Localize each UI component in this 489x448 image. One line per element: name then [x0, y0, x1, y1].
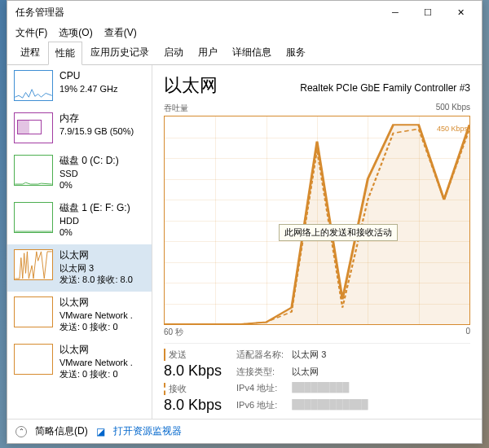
tab-performance[interactable]: 性能 [48, 42, 82, 65]
x-left: 60 秒 [164, 327, 183, 338]
sidebar-item-label: CPU [59, 70, 118, 81]
sidebar-item-ethernet-vmw2[interactable]: 以太网 VMware Network . 发送: 0 接收: 0 [7, 339, 152, 386]
recv-label: 接收 [164, 383, 222, 395]
footer: ⌃ 简略信息(D) ◪ 打开资源监视器 [7, 419, 482, 443]
tab-users[interactable]: 用户 [192, 42, 224, 64]
tab-startup[interactable]: 启动 [157, 42, 190, 64]
minimize-button[interactable]: ─ [379, 2, 412, 23]
net-thumb-icon [14, 344, 53, 375]
chart-lines [165, 116, 469, 324]
app-title: 任务管理器 [12, 6, 379, 20]
tab-app-history[interactable]: 应用历史记录 [84, 42, 156, 64]
sidebar-item-label: 以太网 [59, 296, 133, 308]
net-thumb-icon [14, 296, 53, 327]
throughput-chart[interactable]: 450 Kbps 此网络上的发送和接收活动 [164, 116, 470, 325]
close-button[interactable]: ✕ [444, 2, 477, 23]
chart-max: 500 Kbps [436, 103, 470, 114]
resource-monitor-icon: ◪ [96, 426, 105, 437]
task-manager-window: 任务管理器 ─ ☐ ✕ 文件(F) 选项(O) 查看(V) 进程 性能 应用历史… [7, 0, 482, 444]
net-thumb-icon [14, 249, 53, 280]
tab-services[interactable]: 服务 [280, 42, 312, 64]
tabs: 进程 性能 应用历史记录 启动 用户 详细信息 服务 [7, 42, 482, 65]
x-right: 0 [465, 327, 470, 338]
memory-thumb-icon [14, 112, 53, 143]
tab-processes[interactable]: 进程 [14, 42, 46, 64]
sidebar-item-ethernet-3[interactable]: 以太网 以太网 3 发送: 8.0 接收: 8.0 [7, 244, 152, 292]
send-label: 发送 [164, 349, 222, 361]
network-properties: 适配器名称:以太网 3 连接类型:以太网 IPv4 地址:█████████ I… [236, 349, 368, 414]
disk-thumb-icon [14, 155, 53, 186]
titlebar[interactable]: 任务管理器 ─ ☐ ✕ [7, 1, 482, 24]
disk-thumb-icon [14, 202, 53, 233]
tab-details[interactable]: 详细信息 [226, 42, 278, 64]
sidebar-item-label: 以太网 [59, 344, 133, 355]
chart-tooltip: 此网络上的发送和接收活动 [279, 224, 398, 241]
menu-options[interactable]: 选项(O) [59, 26, 92, 40]
sidebar-item-memory[interactable]: 内存 7.9/15.9 GB (50%) [7, 108, 152, 150]
sidebar-item-label: 以太网 [59, 249, 133, 261]
sidebar-item-label: 磁盘 0 (C: D:) [59, 155, 119, 166]
menu-view[interactable]: 查看(V) [104, 26, 137, 40]
send-value: 8.0 Kbps [164, 362, 222, 380]
cpu-thumb-icon [14, 70, 53, 101]
sidebar-item-cpu[interactable]: CPU 19% 2.47 GHz [7, 65, 152, 108]
menu-file[interactable]: 文件(F) [15, 26, 47, 40]
sidebar-item-ethernet-vmw1[interactable]: 以太网 VMware Network . 发送: 0 接收: 0 [7, 292, 152, 339]
fewer-details-button[interactable]: 简略信息(D) [35, 424, 88, 438]
sidebar-item-label: 磁盘 1 (E: F: G:) [59, 202, 130, 213]
collapse-icon[interactable]: ⌃ [15, 426, 27, 437]
detail-title: 以太网 [164, 73, 218, 98]
menubar: 文件(F) 选项(O) 查看(V) [7, 24, 482, 42]
sidebar-item-label: 内存 [59, 112, 134, 124]
open-resource-monitor-link[interactable]: 打开资源监视器 [113, 424, 182, 438]
sidebar[interactable]: CPU 19% 2.47 GHz 内存 7.9/15.9 GB (50%) 磁盘… [7, 65, 152, 419]
maximize-button[interactable]: ☐ [412, 2, 444, 23]
sidebar-item-disk0[interactable]: 磁盘 0 (C: D:) SSD 0% [7, 150, 152, 197]
recv-value: 8.0 Kbps [164, 397, 222, 414]
chart-label: 吞吐量 [164, 103, 188, 114]
sidebar-item-disk1[interactable]: 磁盘 1 (E: F: G:) HDD 0% [7, 197, 152, 244]
device-name: Realtek PCIe GbE Family Controller #3 [300, 82, 470, 94]
detail-panel: 以太网 Realtek PCIe GbE Family Controller #… [152, 65, 482, 419]
